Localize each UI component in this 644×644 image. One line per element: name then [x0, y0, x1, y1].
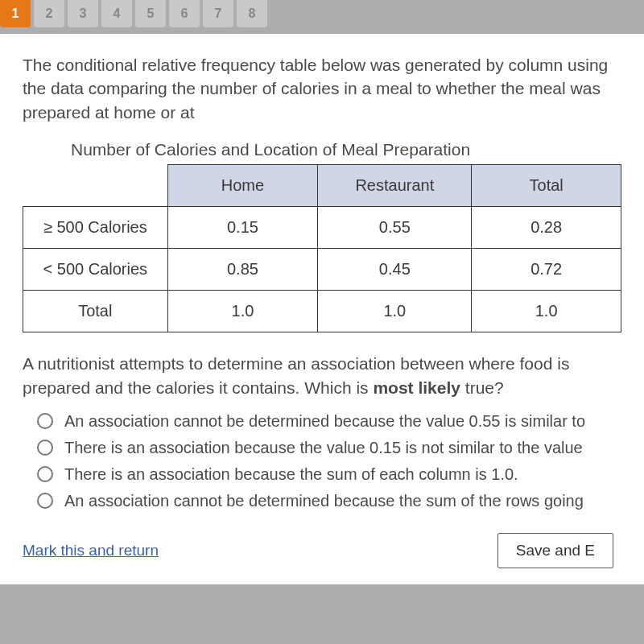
table-title: Number of Calories and Location of Meal …: [71, 140, 621, 159]
option-b[interactable]: There is an association because the valu…: [37, 439, 621, 457]
option-text: There is an association because the sum …: [64, 465, 518, 484]
option-text: There is an association because the valu…: [64, 439, 583, 457]
radio-icon[interactable]: [37, 440, 53, 456]
nav-tab-8[interactable]: 8: [237, 0, 267, 27]
table-corner: [23, 165, 168, 207]
nav-tab-4[interactable]: 4: [101, 0, 132, 27]
cell: 0.72: [472, 249, 621, 291]
cell: 0.15: [167, 207, 318, 249]
answer-options: An association cannot be determined beca…: [37, 412, 621, 510]
option-text: An association cannot be determined beca…: [64, 412, 585, 431]
cell: 1.0: [167, 291, 318, 332]
row-label: ≥ 500 Calories: [23, 207, 168, 249]
option-c[interactable]: There is an association because the sum …: [37, 465, 621, 484]
nav-tab-7[interactable]: 7: [203, 0, 233, 27]
nav-tab-2[interactable]: 2: [34, 0, 64, 27]
cell: 0.45: [318, 249, 472, 291]
nav-tab-6[interactable]: 6: [169, 0, 200, 27]
nav-tab-1[interactable]: 1: [0, 0, 31, 27]
col-header-home: Home: [167, 165, 318, 207]
mark-return-link[interactable]: Mark this and return: [23, 542, 159, 559]
nav-tab-5[interactable]: 5: [135, 0, 166, 27]
question-bold: most likely: [373, 378, 460, 397]
option-d[interactable]: An association cannot be determined beca…: [37, 492, 621, 510]
question-post: true?: [460, 378, 504, 397]
row-label: Total: [23, 291, 168, 332]
intro-text: The conditional relative frequency table…: [23, 53, 621, 124]
cell: 0.55: [318, 207, 472, 249]
radio-icon[interactable]: [37, 466, 53, 482]
table-row: < 500 Calories 0.85 0.45 0.72: [23, 249, 621, 291]
col-header-restaurant: Restaurant: [318, 165, 472, 207]
question-nav: 1 2 3 4 5 6 7 8: [0, 0, 644, 27]
col-header-total: Total: [472, 165, 621, 207]
row-label: < 500 Calories: [23, 249, 168, 291]
radio-icon[interactable]: [37, 493, 53, 509]
cell: 1.0: [318, 291, 472, 332]
frequency-table: Home Restaurant Total ≥ 500 Calories 0.1…: [23, 164, 621, 332]
question-text: A nutritionist attempts to determine an …: [23, 352, 621, 399]
footer-bar: Mark this and return Save and E: [23, 533, 621, 568]
save-exit-button[interactable]: Save and E: [497, 533, 613, 568]
option-a[interactable]: An association cannot be determined beca…: [37, 412, 621, 431]
radio-icon[interactable]: [37, 413, 53, 429]
cell: 1.0: [472, 291, 621, 332]
table-row: Total 1.0 1.0 1.0: [23, 291, 621, 332]
option-text: An association cannot be determined beca…: [64, 492, 584, 510]
cell: 0.28: [472, 207, 621, 249]
cell: 0.85: [167, 249, 318, 291]
table-row: ≥ 500 Calories 0.15 0.55 0.28: [23, 207, 621, 249]
question-content: The conditional relative frequency table…: [0, 34, 644, 584]
nav-tab-3[interactable]: 3: [68, 0, 98, 27]
